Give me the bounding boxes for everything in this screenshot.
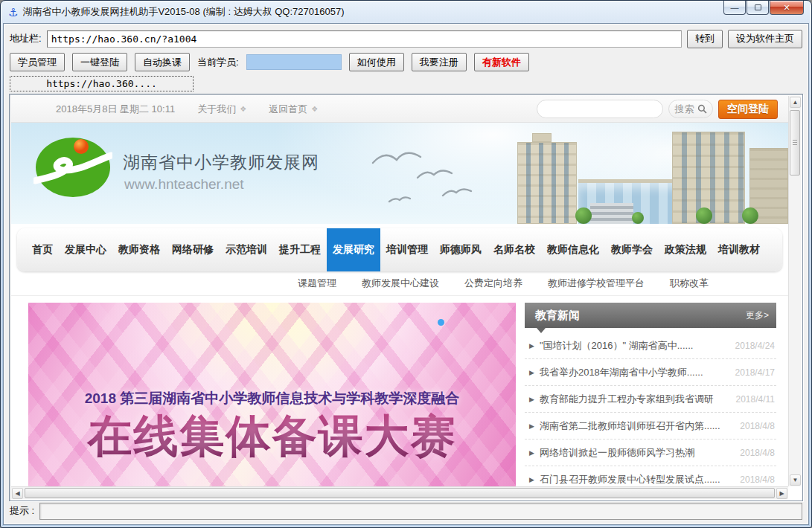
news-item-date: 2018/4/24 bbox=[735, 341, 775, 351]
news-item-title: 教育部能力提升工程办专家组到我省调研 bbox=[540, 393, 730, 406]
minimize-icon: — bbox=[731, 3, 739, 12]
go-button[interactable]: 转到 bbox=[687, 30, 723, 48]
search-input[interactable] bbox=[537, 100, 663, 118]
maximize-button[interactable] bbox=[747, 1, 769, 15]
search-icon bbox=[697, 104, 707, 114]
nav-item[interactable]: 教师信息化 bbox=[541, 228, 605, 271]
news-item-title: 湖南省第二批教师培训师班召开省内第...... bbox=[540, 419, 734, 433]
nav-item[interactable]: 发展研究 bbox=[327, 228, 380, 271]
browser-tab[interactable]: https://hao.360.... bbox=[10, 76, 194, 91]
news-item-title: "国培计划（2016）" 湖南省高中...... bbox=[540, 339, 729, 352]
scroll-up-button[interactable]: ▲ bbox=[790, 97, 801, 108]
tree-icon bbox=[696, 207, 712, 224]
site-logo-icon bbox=[33, 135, 112, 199]
topbar-right: 搜索 空间登陆 bbox=[537, 100, 778, 119]
news-item[interactable]: ▶教育部能力提升工程办专家组到我省调研2018/4/11 bbox=[525, 386, 776, 413]
news-item[interactable]: ▶湖南省第二批教师培训师班召开省内第......2018/4/8 bbox=[525, 413, 776, 440]
nav-item[interactable]: 培训管理 bbox=[380, 228, 434, 271]
sub-nav-item[interactable]: 公费定向培养 bbox=[464, 277, 522, 290]
nav-item[interactable]: 网络研修 bbox=[166, 228, 220, 271]
news-item[interactable]: ▶"国培计划（2016）" 湖南省高中......2018/4/24 bbox=[525, 332, 776, 359]
nav-item[interactable]: 政策法规 bbox=[659, 228, 712, 271]
nav-item[interactable]: 师德师风 bbox=[434, 228, 487, 271]
set-home-button[interactable]: 设为软件主页 bbox=[728, 30, 802, 48]
news-item-title: 石门县召开教师发展中心转型发展试点...... bbox=[540, 473, 734, 486]
site-url: www.hnteacher.net bbox=[124, 176, 244, 193]
space-login-button[interactable]: 空间登陆 bbox=[718, 100, 778, 119]
nav-item[interactable]: 首页 bbox=[26, 228, 59, 271]
news-item-date: 2018/4/11 bbox=[736, 394, 776, 405]
auto-switch-course-button[interactable]: 自动换课 bbox=[135, 53, 190, 71]
current-student-label: 当前学员: bbox=[197, 56, 239, 69]
anchor-icon: ⚓ bbox=[8, 7, 18, 18]
nav-item[interactable]: 教师学会 bbox=[605, 228, 659, 271]
new-software-button[interactable]: 有新软件 bbox=[474, 53, 529, 71]
status-label: 提示 : bbox=[10, 504, 34, 518]
news-item-date: 2018/4/8 bbox=[740, 421, 775, 431]
building-roof-block bbox=[532, 133, 552, 142]
current-student-field[interactable] bbox=[246, 54, 342, 70]
search-label: 搜索 bbox=[675, 103, 694, 116]
news-more-link[interactable]: 更多> bbox=[746, 309, 776, 322]
vertical-scroll-thumb[interactable] bbox=[790, 110, 800, 176]
news-item-date: 2018/4/8 bbox=[740, 448, 775, 458]
address-row: 地址栏: 转到 设为软件主页 bbox=[10, 28, 802, 49]
sub-nav-item[interactable]: 职称改革 bbox=[670, 277, 709, 290]
carousel-banner[interactable]: 2018 第三届湖南省中小学教师信息技术与学科教学深度融合 在线集体备课大赛 bbox=[28, 303, 516, 486]
site-title: 湖南省中小学教师发展网 bbox=[123, 151, 319, 174]
site-header: 湖南省中小学教师发展网 www.hnteacher.net bbox=[11, 123, 788, 224]
minimize-button[interactable]: — bbox=[723, 1, 746, 15]
news-item[interactable]: ▶石门县召开教师发展中心转型发展试点......2018/4/8 bbox=[525, 466, 776, 486]
site-topbar: 2018年5月8日 星期二 10:11 关于我们 ❖ 返回首页 ❖ 搜索 bbox=[11, 96, 788, 123]
scroll-down-button[interactable]: ▼ bbox=[790, 474, 801, 486]
scroll-left-button[interactable]: ◀ bbox=[12, 488, 23, 499]
news-bullet-icon: ▶ bbox=[529, 396, 534, 403]
nav-item[interactable]: 名师名校 bbox=[487, 228, 541, 271]
register-button[interactable]: 我要注册 bbox=[412, 53, 467, 71]
banner-subtitle: 2018 第三届湖南省中小学教师信息技术与学科教学深度融合 bbox=[28, 389, 516, 408]
about-us-link[interactable]: 关于我们 ❖ bbox=[197, 103, 246, 116]
scroll-right-button[interactable]: ▶ bbox=[776, 488, 787, 499]
sub-nav-item[interactable]: 教师进修学校管理平台 bbox=[548, 277, 645, 290]
sub-nav-item[interactable]: 课题管理 bbox=[298, 277, 336, 290]
news-item-title: 我省举办2018年湖南省中小学教师...... bbox=[540, 366, 729, 379]
close-button[interactable]: ✕ bbox=[770, 1, 804, 15]
tree-icon bbox=[575, 207, 592, 224]
address-label: 地址栏: bbox=[10, 32, 42, 45]
nav-item[interactable]: 示范培训 bbox=[220, 228, 273, 271]
status-message-field bbox=[39, 503, 802, 520]
maximize-icon bbox=[755, 4, 761, 10]
window-controls: — ✕ bbox=[723, 1, 804, 15]
horizontal-scroll-thumb[interactable] bbox=[25, 488, 775, 498]
nav-item[interactable]: 教师资格 bbox=[112, 228, 166, 271]
news-bullet-icon: ▶ bbox=[529, 422, 534, 430]
nav-item[interactable]: 提升工程 bbox=[273, 228, 327, 271]
back-home-label: 返回首页 bbox=[269, 103, 307, 116]
one-key-login-button[interactable]: 一键登陆 bbox=[72, 53, 127, 71]
banner-title: 在线集体备课大赛 bbox=[28, 407, 516, 467]
how-to-use-button[interactable]: 如何使用 bbox=[349, 53, 404, 71]
news-item-date: 2018/4/8 bbox=[740, 474, 775, 485]
back-home-link[interactable]: 返回首页 ❖ bbox=[269, 103, 318, 116]
sub-nav: 课题管理教师发展中心建设公费定向培养教师进修学校管理平台职称改革 bbox=[11, 271, 788, 296]
nav-item[interactable]: 发展中心 bbox=[59, 228, 112, 271]
news-item[interactable]: ▶我省举办2018年湖南省中小学教师......2018/4/17 bbox=[525, 359, 776, 386]
diamond-icon: ❖ bbox=[311, 105, 318, 113]
app-window: ⚓ 湖南省中小教师发展网挂机助手V2015-08 (编制 : 达姆大叔 QQ:7… bbox=[0, 0, 812, 528]
tree-icon bbox=[632, 212, 644, 224]
carousel-dot[interactable] bbox=[438, 319, 444, 326]
close-icon: ✕ bbox=[783, 3, 790, 13]
titlebar: ⚓ 湖南省中小教师发展网挂机助手V2015-08 (编制 : 达姆大叔 QQ:7… bbox=[1, 1, 811, 23]
address-input[interactable] bbox=[47, 30, 682, 48]
sub-nav-item[interactable]: 教师发展中心建设 bbox=[362, 277, 439, 290]
news-item-date: 2018/4/17 bbox=[735, 367, 775, 378]
nav-item[interactable]: 培训教材 bbox=[712, 228, 766, 271]
search-button[interactable]: 搜索 bbox=[668, 100, 713, 118]
window-title: 湖南省中小教师发展网挂机助手V2015-08 (编制 : 达姆大叔 QQ:727… bbox=[22, 5, 344, 19]
building-illustration bbox=[513, 129, 788, 224]
news-item[interactable]: ▶网络培训掀起一股师德师风学习热潮2018/4/8 bbox=[525, 440, 776, 466]
news-bullet-icon: ▶ bbox=[529, 369, 534, 376]
tool-row: 学员管理 一键登陆 自动换课 当前学员: 如何使用 我要注册 有新软件 bbox=[10, 52, 802, 72]
site-date: 2018年5月8日 星期二 10:11 bbox=[56, 103, 175, 116]
student-manage-button[interactable]: 学员管理 bbox=[10, 53, 65, 71]
